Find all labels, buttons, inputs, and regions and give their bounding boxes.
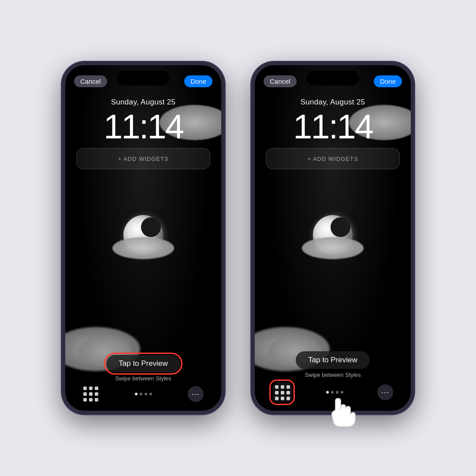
grid-dot — [281, 385, 284, 389]
grid-dot — [83, 387, 87, 390]
phone-1: Cancel Done Sunday, August 25 11:14 + AD… — [62, 62, 225, 414]
grid-dot — [95, 387, 98, 390]
grid-dot — [89, 387, 93, 390]
page-dots-1 — [135, 393, 152, 395]
date-area-2: Sunday, August 25 — [264, 98, 402, 107]
widget-area-1[interactable]: + ADD WIDGETS — [76, 148, 210, 169]
grid-icon-2[interactable] — [272, 383, 292, 402]
swipe-label-2: Swipe between Styles — [305, 372, 361, 378]
grid-dot — [286, 397, 290, 400]
moon-1 — [117, 211, 170, 259]
cancel-button-2[interactable]: Cancel — [264, 75, 297, 87]
lock-content-1: Sunday, August 25 11:14 + ADD WIDGETS — [65, 92, 221, 169]
time-area-1: 11:14 — [65, 109, 221, 144]
grid-dot — [275, 391, 279, 394]
dot-3 — [145, 393, 147, 395]
phone-2: Cancel Done Sunday, August 25 11:14 + AD… — [251, 62, 414, 414]
dynamic-island-2 — [306, 71, 359, 86]
widget-label-2: + ADD WIDGETS — [307, 156, 358, 162]
moon-2 — [306, 211, 359, 259]
grid-dot — [89, 392, 93, 396]
moon-cloud-2 — [302, 237, 364, 259]
more-icon-1[interactable]: ··· — [188, 386, 204, 402]
dot-1 — [135, 393, 138, 395]
grid-dot — [95, 392, 98, 396]
phone-1-screen: Cancel Done Sunday, August 25 11:14 + AD… — [65, 65, 221, 411]
phone-1-body: Cancel Done Sunday, August 25 11:14 + AD… — [62, 62, 225, 414]
grid-dot — [95, 398, 98, 402]
date-text-2: Sunday, August 25 — [301, 98, 365, 106]
grid-dot — [275, 385, 279, 389]
grid-icon-1[interactable] — [83, 386, 99, 402]
done-button-1[interactable]: Done — [184, 75, 212, 87]
dot-2 — [140, 393, 142, 395]
date-area-1: Sunday, August 25 — [74, 98, 212, 107]
grid-dot — [89, 398, 93, 402]
grid-dot — [83, 392, 87, 396]
more-icon-2[interactable]: ··· — [377, 384, 393, 400]
widget-area-2[interactable]: + ADD WIDGETS — [266, 148, 400, 169]
phone-2-body: Cancel Done Sunday, August 25 11:14 + AD… — [251, 62, 414, 414]
time-area-2: 11:14 — [255, 109, 411, 144]
phone-2-screen: Cancel Done Sunday, August 25 11:14 + AD… — [255, 65, 411, 411]
cursor-hand — [327, 392, 357, 428]
grid-dot — [275, 397, 279, 400]
dot-4 — [149, 393, 152, 395]
time-text-2: 11:14 — [293, 107, 372, 146]
swipe-label-1: Swipe between Styles — [115, 375, 171, 382]
cancel-button-1[interactable]: Cancel — [74, 75, 107, 87]
time-text-1: 11:14 — [104, 107, 183, 146]
grid-dot — [286, 391, 290, 394]
tap-preview-button-2[interactable]: Tap to Preview — [296, 351, 370, 369]
widget-label-1: + ADD WIDGETS — [118, 156, 168, 162]
grid-dot — [83, 398, 87, 402]
bottom-bar-1: Tap to Preview Swipe between Styles — [65, 362, 221, 411]
done-button-2[interactable]: Done — [374, 75, 402, 87]
lock-content-2: Sunday, August 25 11:14 + ADD WIDGETS — [255, 92, 411, 169]
dynamic-island-1 — [117, 71, 170, 86]
grid-dot — [286, 385, 290, 389]
bottom-icons-1: ··· — [65, 386, 221, 402]
grid-dot — [281, 391, 284, 394]
date-text-1: Sunday, August 25 — [111, 98, 176, 106]
tap-preview-button-1[interactable]: Tap to Preview — [106, 355, 180, 372]
moon-cloud-1 — [112, 237, 174, 259]
grid-dot — [281, 397, 284, 400]
